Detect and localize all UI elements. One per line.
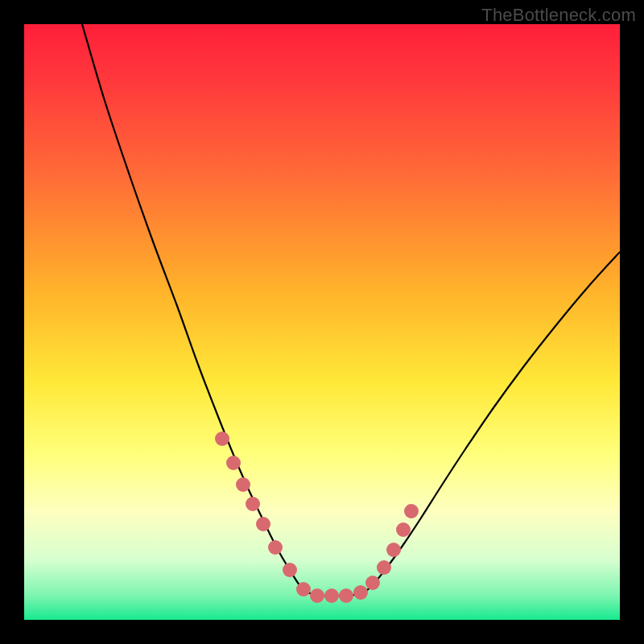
marker-dot: [256, 517, 270, 531]
marker-dot: [226, 456, 241, 470]
marker-dot: [215, 431, 229, 446]
marker-dot: [339, 588, 353, 603]
marker-dots-group: [215, 431, 419, 603]
marker-dot: [404, 504, 419, 518]
marker-dot: [310, 588, 324, 603]
bottleneck-curve: [82, 24, 620, 596]
marker-dot: [283, 563, 297, 577]
marker-dot: [365, 576, 380, 590]
marker-dot: [396, 522, 411, 537]
curve-layer: [24, 24, 620, 620]
marker-dot: [268, 540, 283, 555]
marker-dot: [236, 477, 250, 492]
marker-dot: [353, 585, 368, 600]
watermark-text: TheBottleneck.com: [481, 5, 636, 26]
marker-dot: [246, 497, 260, 511]
marker-dot: [377, 560, 391, 575]
chart-frame: [24, 24, 620, 620]
marker-dot: [296, 582, 311, 597]
marker-dot: [324, 588, 339, 603]
marker-dot: [386, 543, 401, 557]
